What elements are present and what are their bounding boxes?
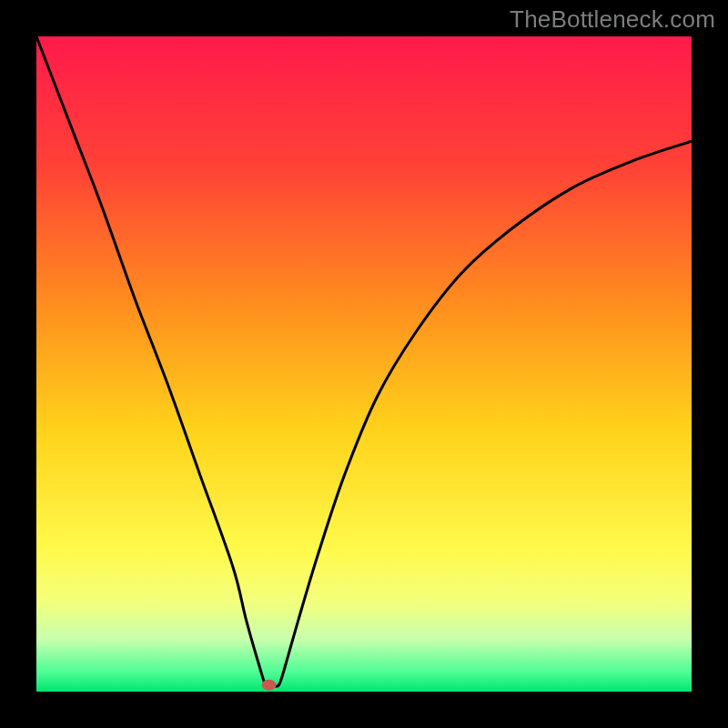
watermark-text: TheBottleneck.com: [510, 5, 715, 34]
gradient-background: [36, 36, 692, 692]
marker-dot: [262, 680, 277, 691]
plot-area: [36, 36, 692, 692]
plot-svg: [36, 36, 692, 692]
chart-frame: TheBottleneck.com: [0, 0, 728, 728]
